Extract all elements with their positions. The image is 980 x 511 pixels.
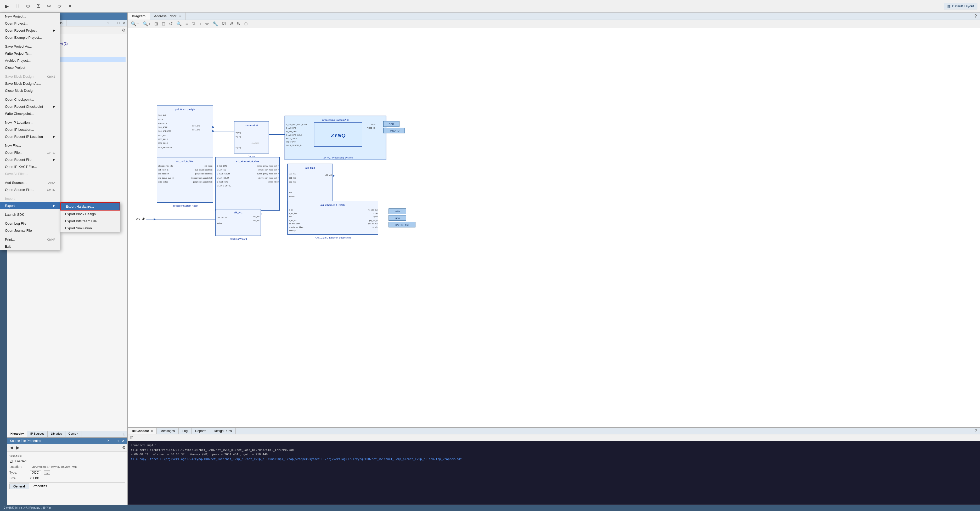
menu-save-block-design-as[interactable]: Save Block Design As... <box>0 80 60 87</box>
menu-open-log-file[interactable]: Open Log File <box>0 220 60 227</box>
close-button[interactable]: ✕ <box>65 2 74 11</box>
default-layout-button[interactable]: ▦ Default Layout <box>944 3 977 10</box>
diagram-help-icon[interactable]: ? <box>971 14 980 19</box>
menu-open-project[interactable]: Open Project... <box>0 20 60 27</box>
menu-open-file[interactable]: Open File... Ctrl+O <box>0 149 60 156</box>
tab-libraries[interactable]: Libraries <box>48 431 65 437</box>
src-props-maximize[interactable]: □ <box>117 439 119 443</box>
menu-print[interactable]: Print... Ctrl+P <box>0 236 60 243</box>
tab-address-editor[interactable]: Address Editor ✕ <box>150 13 186 20</box>
menu-save-project-as[interactable]: Save Project As... <box>0 43 60 50</box>
diag-add-ip-btn[interactable]: + <box>198 21 203 27</box>
export-arrow: ▶ <box>53 204 55 207</box>
submenu-export-bitstream[interactable]: Export Bitstream File... <box>60 217 120 225</box>
tab-tcl-console[interactable]: Tcl Console ✕ <box>128 428 157 434</box>
src-props-back-btn[interactable]: ◀ <box>9 444 14 451</box>
tab-design-runs[interactable]: Design Runs <box>210 428 236 434</box>
tab-general[interactable]: General <box>10 484 29 489</box>
diagram-canvas[interactable]: sys_clk AXI Interconnect ps7_0_axi_perip… <box>128 28 980 427</box>
tab-ip-sources[interactable]: IP Sources <box>27 431 48 437</box>
reset-button[interactable]: ⟳ <box>55 2 64 11</box>
tab-diagram[interactable]: Diagram <box>128 13 150 20</box>
src-props-minimize[interactable]: − <box>112 439 114 443</box>
diag-tools-btn[interactable]: 🔧 <box>212 21 219 27</box>
tab-hierarchy[interactable]: Hierarchy <box>7 431 27 437</box>
menu-write-checkpoint[interactable]: Write Checkpoint... <box>0 110 60 117</box>
diag-edit-btn[interactable]: ✏ <box>204 21 210 27</box>
src-props-title: Source File Properties <box>10 439 41 443</box>
settings-button[interactable]: ⚙ <box>24 2 32 11</box>
pause-button[interactable]: ⏸ <box>13 2 22 11</box>
menu-open-recent-file[interactable]: Open Recent File ▶ <box>0 156 60 163</box>
menu-open-example[interactable]: Open Example Project... <box>0 34 60 41</box>
diag-undo-btn[interactable]: ↺ <box>228 21 234 27</box>
diag-more-btn[interactable]: ⊙ <box>243 21 249 27</box>
sources-gear-btn[interactable]: ⚙ <box>122 28 126 33</box>
zynq-s-axi-hp0-ctrl: S_AXI_HP0_FIFO_CTRL <box>286 124 307 126</box>
menu-write-project-tcl[interactable]: Write Project Tcl... <box>0 50 60 57</box>
menu-exit[interactable]: Exit <box>0 243 60 250</box>
submenu-export-simulation[interactable]: Export Simulation... <box>60 225 120 232</box>
sources-help-icon[interactable]: ? <box>106 20 111 26</box>
src-props-forward-btn[interactable]: ▶ <box>15 444 21 451</box>
menu-open-ip-xact[interactable]: Open IP-XACT File... <box>0 163 60 170</box>
menu-open-source-file[interactable]: Open Source File... Ctrl+N <box>0 186 60 193</box>
diag-rotate-btn[interactable]: ↺ <box>168 21 174 27</box>
rst-ps7-block[interactable] <box>157 157 213 202</box>
src-props-close[interactable]: ✕ <box>122 439 124 443</box>
menu-open-recent-ip[interactable]: Open Recent IP Location ▶ <box>0 133 60 140</box>
menu-new-file[interactable]: New File... <box>0 142 60 149</box>
menu-new-ip-location[interactable]: New IP Location... <box>0 119 60 126</box>
sum-button[interactable]: Σ <box>34 2 43 11</box>
menu-add-sources[interactable]: Add Sources... Alt+A <box>0 179 60 186</box>
submenu-export-hardware[interactable]: Export Hardware... <box>60 202 120 211</box>
diag-fit-selection-btn[interactable]: ⊟ <box>161 21 166 27</box>
submenu-export-block-design[interactable]: Export Block Design... <box>60 211 120 217</box>
diag-zoom-in-btn[interactable]: 🔍+ <box>142 21 152 27</box>
menu-export[interactable]: Export ▶ <box>0 202 60 209</box>
sources-minimize-icon[interactable]: − <box>111 20 116 26</box>
src-props-help[interactable]: ? <box>107 439 109 443</box>
cut-button[interactable]: ✂ <box>45 2 53 11</box>
bot-clear-btn[interactable]: 🗑 <box>129 435 134 440</box>
tab-reports[interactable]: Reports <box>191 428 210 434</box>
diag-fit-btn[interactable]: ⊞ <box>153 21 159 27</box>
tab-log[interactable]: Log <box>179 428 191 434</box>
props-type-ellipsis-btn[interactable]: ... <box>44 470 50 474</box>
menu-launch-sdk[interactable]: Launch SDK <box>0 211 60 218</box>
port-m00-axi: M00_AXI <box>158 135 166 136</box>
export-submenu[interactable]: Export Hardware... Export Block Design..… <box>60 202 120 232</box>
menu-close-block-design[interactable]: Close Block Design <box>0 87 60 94</box>
run-button[interactable]: ▶ <box>3 2 11 11</box>
menu-close-project[interactable]: Close Project <box>0 64 60 71</box>
tab-properties[interactable]: Properties <box>29 484 51 489</box>
tcl-console-close-icon[interactable]: ✕ <box>151 430 153 433</box>
menu-open-recent-checkpoint[interactable]: Open Recent Checkpoint ▶ <box>0 103 60 110</box>
props-enabled-checkbox[interactable]: ☑ <box>10 459 13 463</box>
rst-peripheral: peripheral_reset[0:0] <box>196 173 212 175</box>
diag-align-btn[interactable]: ≡ <box>185 21 189 27</box>
src-props-gear-btn[interactable]: ⚙ <box>122 445 126 450</box>
diag-validate-btn[interactable]: ☑ <box>221 21 227 27</box>
menu-new-project[interactable]: New Project... <box>0 13 60 20</box>
menu-open-checkpoint[interactable]: Open Checkpoint... <box>0 96 60 103</box>
sources-close-icon[interactable]: ✕ <box>121 20 127 26</box>
axi-smc-subtitle: axi_smc <box>305 167 315 169</box>
tab-messages[interactable]: Messages <box>157 428 179 434</box>
menu-open-recent-project[interactable]: Open Recent Project ▶ <box>0 27 60 34</box>
address-editor-close-icon[interactable]: ✕ <box>179 15 181 18</box>
hier-expand-icon[interactable]: ⊞ <box>121 431 127 437</box>
eth-mdio: mdio <box>374 213 377 214</box>
diag-redo-btn[interactable]: ↻ <box>236 21 242 27</box>
diag-zoom-area-btn[interactable]: 🔍 <box>175 21 183 27</box>
open-recent-arrow: ▶ <box>53 29 55 32</box>
menu-archive-project[interactable]: Archive Project... <box>0 57 60 64</box>
diag-zoom-out-btn[interactable]: 🔍− <box>130 21 140 27</box>
menu-open-ip-location[interactable]: Open IP Location... <box>0 126 60 133</box>
diag-distribute-btn[interactable]: ⇅ <box>191 21 196 27</box>
menu-open-journal-file[interactable]: Open Journal File <box>0 227 60 234</box>
file-dropdown-menu[interactable]: New Project... Open Project... Open Rece… <box>0 13 60 250</box>
tab-comp[interactable]: Comp 4 <box>65 431 82 437</box>
sources-maximize-icon[interactable]: □ <box>116 20 121 26</box>
bottom-help-icon[interactable]: ? <box>971 428 980 433</box>
